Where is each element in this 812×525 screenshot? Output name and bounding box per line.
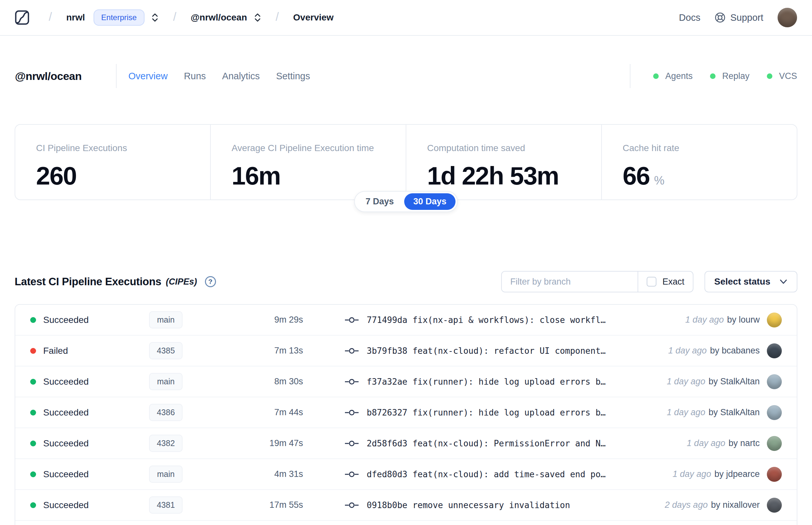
commit-icon	[344, 316, 359, 324]
top-navbar: / nrwl Enterprise / @nrwl/ocean / Overvi…	[0, 0, 812, 36]
range-7-days[interactable]: 7 Days	[356, 193, 403, 210]
author-avatar	[767, 498, 782, 513]
user-avatar[interactable]	[778, 8, 797, 27]
table-row[interactable]: Succeeded main 8m 30s f37a32ae fix(runne…	[15, 366, 797, 397]
table-row-partial	[15, 521, 797, 525]
time-ago: 1 day ago	[667, 407, 705, 418]
plan-badge[interactable]: Enterprise	[94, 10, 144, 26]
status-label: Succeeded	[43, 376, 89, 387]
branch-badge[interactable]: 4385	[149, 342, 183, 359]
table-row[interactable]: Succeeded 4386 7m 44s b8726327 fix(runne…	[15, 397, 797, 428]
commit-message[interactable]: 0918b0be remove unnecessary invalidation	[367, 500, 570, 510]
author: by bcabanes	[710, 346, 760, 356]
cipe-table: Succeeded main 9m 29s 771499da fix(nx-ap…	[15, 304, 797, 525]
branch-badge[interactable]: 4382	[149, 435, 183, 452]
commit-icon	[344, 409, 359, 417]
status-label: Succeeded	[43, 407, 89, 418]
service-vcs[interactable]: VCS	[767, 71, 797, 81]
divider	[116, 64, 117, 88]
cipes-controls: Exact Select status	[501, 271, 797, 292]
breadcrumb-separator: /	[49, 10, 52, 24]
table-row[interactable]: Succeeded main 4m 31s dfed80d3 feat(nx-c…	[15, 459, 797, 490]
section-title: Latest CI Pipeline Executions	[15, 275, 162, 288]
author: by nartc	[729, 438, 760, 448]
author-avatar	[767, 374, 782, 389]
table-row[interactable]: Succeeded 4382 19m 47s 2d58f6d3 feat(nx-…	[15, 428, 797, 459]
author: by StalkAltan	[708, 376, 760, 387]
status-dot	[710, 73, 716, 79]
duration: 17m 55s	[204, 500, 303, 510]
exact-checkbox[interactable]	[647, 277, 656, 287]
commit-message[interactable]: b8726327 fix(runner): hide log upload er…	[367, 408, 606, 418]
breadcrumb-org[interactable]: nrwl	[66, 12, 85, 23]
table-row[interactable]: Succeeded main 9m 29s 771499da fix(nx-ap…	[15, 305, 797, 335]
tab-runs[interactable]: Runs	[184, 71, 206, 81]
navbar-actions: Docs Support	[679, 8, 797, 27]
stat-card-cache-hit-rate: Cache hit rate 66%	[601, 125, 797, 199]
stats-section: CI Pipeline Executions 260 Average CI Pi…	[15, 124, 797, 200]
stat-card-time-saved: Computation time saved 1d 22h 53m	[406, 125, 601, 199]
docs-link[interactable]: Docs	[679, 12, 700, 23]
commit-message[interactable]: 2d58f6d3 feat(nx-cloud): PermissionError…	[367, 439, 606, 448]
duration: 7m 13s	[204, 346, 303, 356]
branch-filter: Exact	[501, 271, 693, 292]
branch-badge[interactable]: main	[149, 311, 182, 328]
commit-message[interactable]: dfed80d3 feat(nx-cloud): add time-saved …	[367, 469, 606, 479]
duration: 4m 31s	[204, 469, 303, 479]
date-range-toggle: 7 Days 30 Days	[354, 191, 458, 212]
breadcrumb-separator: /	[173, 10, 177, 24]
branch-badge[interactable]: 4381	[149, 496, 183, 514]
commit-icon	[344, 439, 359, 447]
breadcrumb-workspace[interactable]: @nrwl/ocean	[191, 12, 247, 23]
status-label: Succeeded	[43, 500, 89, 510]
page-title: @nrwl/ocean	[15, 70, 81, 82]
commit-icon	[344, 470, 359, 478]
cipes-section-header: Latest CI Pipeline Executions (CIPEs) ? …	[15, 271, 797, 292]
table-row[interactable]: Failed 4385 7m 13s 3b79fb38 feat(nx-clou…	[15, 335, 797, 366]
stat-card-executions: CI Pipeline Executions 260	[15, 125, 210, 199]
commit-message[interactable]: f37a32ae fix(runner): hide log upload er…	[367, 377, 606, 387]
tab-analytics[interactable]: Analytics	[222, 71, 260, 81]
author-avatar	[767, 343, 782, 358]
status-dot	[30, 471, 36, 477]
exact-label[interactable]: Exact	[662, 277, 684, 287]
table-row[interactable]: Succeeded 4381 17m 55s 0918b0be remove u…	[15, 490, 797, 521]
commit-message[interactable]: 3b79fb38 feat(nx-cloud): refactor UI com…	[367, 346, 606, 356]
stat-value: 260	[36, 161, 76, 191]
range-30-days[interactable]: 30 Days	[404, 193, 455, 210]
chevron-down-icon	[779, 279, 788, 285]
duration: 7m 44s	[204, 407, 303, 418]
branch-badge[interactable]: main	[149, 373, 182, 390]
time-ago: 2 days ago	[665, 500, 708, 510]
help-icon[interactable]: ?	[205, 276, 216, 287]
status-select[interactable]: Select status	[704, 271, 797, 292]
author-avatar	[767, 405, 782, 420]
status-dot	[30, 410, 36, 416]
service-status-group: Agents Replay VCS	[630, 64, 797, 88]
author: by StalkAltan	[708, 407, 760, 418]
time-ago: 1 day ago	[667, 376, 705, 387]
status-label: Succeeded	[43, 315, 89, 325]
service-replay[interactable]: Replay	[710, 71, 749, 81]
workspace-selector-icon[interactable]	[254, 12, 261, 23]
nx-cloud-logo-icon[interactable]	[15, 10, 29, 25]
tab-settings[interactable]: Settings	[276, 71, 310, 81]
branch-badge[interactable]: main	[149, 466, 182, 483]
breadcrumb-separator: /	[276, 10, 279, 24]
tab-overview[interactable]: Overview	[128, 71, 168, 81]
status-dot	[30, 317, 36, 323]
branch-filter-input[interactable]	[502, 272, 638, 292]
service-agents[interactable]: Agents	[653, 71, 692, 81]
branch-badge[interactable]: 4386	[149, 404, 183, 421]
stat-card-avg-time: Average CI Pipeline Execution time 16m	[210, 125, 406, 199]
author-avatar	[767, 313, 782, 328]
status-dot	[653, 73, 659, 79]
divider	[630, 64, 630, 88]
author: by nixallover	[711, 500, 760, 510]
org-selector-icon[interactable]	[151, 12, 159, 23]
stat-value: 16m	[232, 161, 280, 191]
exact-match-group: Exact	[638, 272, 693, 292]
life-ring-icon	[715, 12, 725, 23]
commit-message[interactable]: 771499da fix(nx-api & workflows): close …	[367, 315, 606, 325]
support-link[interactable]: Support	[715, 12, 763, 23]
